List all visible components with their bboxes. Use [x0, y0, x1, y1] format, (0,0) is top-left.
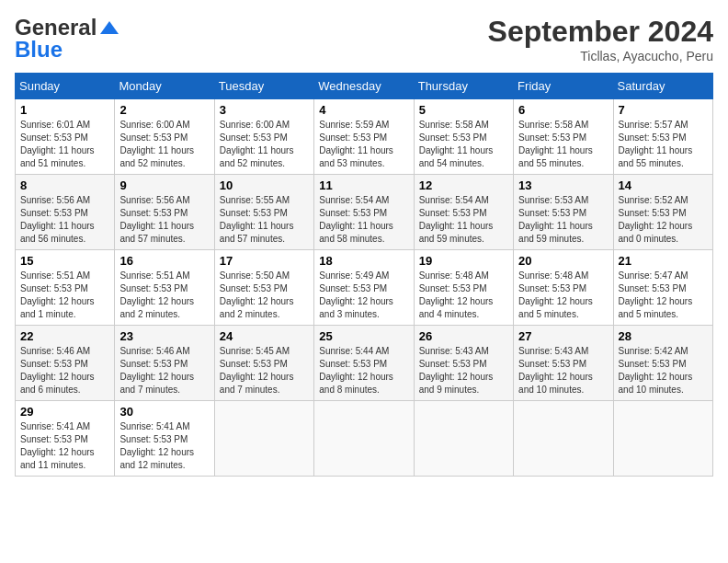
day-info: Sunrise: 5:47 AM Sunset: 5:53 PM Dayligh… [619, 270, 708, 321]
day-info: Sunrise: 6:01 AM Sunset: 5:53 PM Dayligh… [20, 119, 109, 170]
calendar-cell: 26Sunrise: 5:43 AM Sunset: 5:53 PM Dayli… [414, 326, 513, 401]
day-info: Sunrise: 5:41 AM Sunset: 5:53 PM Dayligh… [20, 420, 109, 472]
day-info: Sunrise: 5:55 AM Sunset: 5:53 PM Dayligh… [220, 194, 309, 246]
logo-blue: Blue [15, 37, 63, 63]
weekday-header-saturday: Saturday [613, 74, 712, 99]
calendar-cell: 23Sunrise: 5:46 AM Sunset: 5:53 PM Dayli… [115, 326, 214, 401]
calendar-cell: 9Sunrise: 5:56 AM Sunset: 5:53 PM Daylig… [115, 175, 214, 250]
calendar-week-row: 29Sunrise: 5:41 AM Sunset: 5:53 PM Dayli… [16, 401, 713, 477]
calendar-cell: 12Sunrise: 5:54 AM Sunset: 5:53 PM Dayli… [414, 175, 513, 250]
page-header: General Blue September 2024 Ticllas, Aya… [15, 15, 713, 63]
day-info: Sunrise: 5:41 AM Sunset: 5:53 PM Dayligh… [119, 420, 209, 472]
calendar-header-row: SundayMondayTuesdayWednesdayThursdayFrid… [16, 74, 713, 99]
calendar-cell [414, 401, 513, 477]
calendar-cell [613, 401, 712, 477]
calendar-cell: 25Sunrise: 5:44 AM Sunset: 5:53 PM Dayli… [314, 326, 414, 401]
day-info: Sunrise: 5:56 AM Sunset: 5:53 PM Dayligh… [20, 194, 109, 246]
day-number: 27 [518, 329, 608, 343]
calendar-cell: 8Sunrise: 5:56 AM Sunset: 5:53 PM Daylig… [16, 175, 115, 250]
day-number: 14 [619, 178, 708, 192]
calendar-cell: 30Sunrise: 5:41 AM Sunset: 5:53 PM Dayli… [115, 401, 214, 477]
day-info: Sunrise: 5:53 AM Sunset: 5:53 PM Dayligh… [518, 194, 608, 246]
logo: General Blue [15, 15, 119, 63]
day-info: Sunrise: 5:57 AM Sunset: 5:53 PM Dayligh… [619, 119, 708, 170]
calendar-cell: 3Sunrise: 6:00 AM Sunset: 5:53 PM Daylig… [214, 99, 313, 175]
day-info: Sunrise: 5:51 AM Sunset: 5:53 PM Dayligh… [20, 270, 109, 321]
weekday-header-wednesday: Wednesday [314, 74, 414, 99]
day-number: 16 [119, 254, 209, 268]
day-number: 7 [619, 103, 708, 117]
day-info: Sunrise: 5:52 AM Sunset: 5:53 PM Dayligh… [619, 194, 708, 246]
day-number: 17 [220, 254, 309, 268]
calendar-cell: 24Sunrise: 5:45 AM Sunset: 5:53 PM Dayli… [214, 326, 313, 401]
calendar-cell: 5Sunrise: 5:58 AM Sunset: 5:53 PM Daylig… [414, 99, 513, 175]
calendar-cell: 15Sunrise: 5:51 AM Sunset: 5:53 PM Dayli… [16, 250, 115, 326]
calendar-cell: 2Sunrise: 6:00 AM Sunset: 5:53 PM Daylig… [115, 99, 214, 175]
calendar-cell: 1Sunrise: 6:01 AM Sunset: 5:53 PM Daylig… [16, 99, 115, 175]
day-number: 26 [419, 329, 508, 343]
day-info: Sunrise: 5:48 AM Sunset: 5:53 PM Dayligh… [419, 270, 508, 321]
day-number: 3 [220, 103, 309, 117]
title-section: September 2024 Ticllas, Ayacucho, Peru [488, 15, 713, 63]
calendar-week-row: 22Sunrise: 5:46 AM Sunset: 5:53 PM Dayli… [16, 326, 713, 401]
day-number: 28 [619, 329, 708, 343]
day-number: 30 [119, 405, 209, 419]
calendar-cell: 19Sunrise: 5:48 AM Sunset: 5:53 PM Dayli… [414, 250, 513, 326]
calendar-cell: 16Sunrise: 5:51 AM Sunset: 5:53 PM Dayli… [115, 250, 214, 326]
weekday-header-tuesday: Tuesday [214, 74, 313, 99]
day-info: Sunrise: 5:51 AM Sunset: 5:53 PM Dayligh… [119, 270, 209, 321]
calendar-cell: 21Sunrise: 5:47 AM Sunset: 5:53 PM Dayli… [613, 250, 712, 326]
calendar-cell: 6Sunrise: 5:58 AM Sunset: 5:53 PM Daylig… [514, 99, 613, 175]
calendar-cell: 20Sunrise: 5:48 AM Sunset: 5:53 PM Dayli… [514, 250, 613, 326]
day-number: 15 [20, 254, 109, 268]
day-number: 23 [119, 329, 209, 343]
day-info: Sunrise: 5:49 AM Sunset: 5:53 PM Dayligh… [319, 270, 408, 321]
calendar-cell: 14Sunrise: 5:52 AM Sunset: 5:53 PM Dayli… [613, 175, 712, 250]
day-number: 2 [119, 103, 209, 117]
calendar-week-row: 15Sunrise: 5:51 AM Sunset: 5:53 PM Dayli… [16, 250, 713, 326]
svg-marker-0 [100, 21, 119, 34]
calendar-cell: 17Sunrise: 5:50 AM Sunset: 5:53 PM Dayli… [214, 250, 313, 326]
calendar-cell [314, 401, 414, 477]
day-info: Sunrise: 5:46 AM Sunset: 5:53 PM Dayligh… [20, 345, 109, 396]
calendar-cell: 11Sunrise: 5:54 AM Sunset: 5:53 PM Dayli… [314, 175, 414, 250]
day-info: Sunrise: 5:54 AM Sunset: 5:53 PM Dayligh… [319, 194, 408, 246]
calendar-cell: 18Sunrise: 5:49 AM Sunset: 5:53 PM Dayli… [314, 250, 414, 326]
day-number: 11 [319, 178, 408, 192]
day-number: 12 [419, 178, 508, 192]
location-subtitle: Ticllas, Ayacucho, Peru [488, 49, 713, 63]
day-number: 24 [220, 329, 309, 343]
calendar-cell: 29Sunrise: 5:41 AM Sunset: 5:53 PM Dayli… [16, 401, 115, 477]
day-number: 1 [20, 103, 109, 117]
day-info: Sunrise: 5:43 AM Sunset: 5:53 PM Dayligh… [419, 345, 508, 396]
day-number: 8 [20, 178, 109, 192]
day-number: 13 [518, 178, 608, 192]
weekday-header-sunday: Sunday [16, 74, 115, 99]
day-number: 22 [20, 329, 109, 343]
month-title: September 2024 [488, 15, 713, 49]
day-number: 20 [518, 254, 608, 268]
day-info: Sunrise: 6:00 AM Sunset: 5:53 PM Dayligh… [220, 119, 309, 170]
day-number: 4 [319, 103, 408, 117]
day-info: Sunrise: 5:46 AM Sunset: 5:53 PM Dayligh… [119, 345, 209, 396]
calendar-cell: 7Sunrise: 5:57 AM Sunset: 5:53 PM Daylig… [613, 99, 712, 175]
day-info: Sunrise: 5:56 AM Sunset: 5:53 PM Dayligh… [119, 194, 209, 246]
day-number: 21 [619, 254, 708, 268]
day-info: Sunrise: 5:58 AM Sunset: 5:53 PM Dayligh… [518, 119, 608, 170]
weekday-header-friday: Friday [514, 74, 613, 99]
day-number: 5 [419, 103, 508, 117]
day-info: Sunrise: 5:54 AM Sunset: 5:53 PM Dayligh… [419, 194, 508, 246]
calendar-table: SundayMondayTuesdayWednesdayThursdayFrid… [15, 73, 713, 477]
calendar-cell: 28Sunrise: 5:42 AM Sunset: 5:53 PM Dayli… [613, 326, 712, 401]
calendar-cell: 27Sunrise: 5:43 AM Sunset: 5:53 PM Dayli… [514, 326, 613, 401]
day-info: Sunrise: 5:58 AM Sunset: 5:53 PM Dayligh… [419, 119, 508, 170]
day-number: 6 [518, 103, 608, 117]
day-number: 29 [20, 405, 109, 419]
day-info: Sunrise: 5:44 AM Sunset: 5:53 PM Dayligh… [319, 345, 408, 396]
day-number: 19 [419, 254, 508, 268]
calendar-week-row: 8Sunrise: 5:56 AM Sunset: 5:53 PM Daylig… [16, 175, 713, 250]
calendar-cell [514, 401, 613, 477]
calendar-cell: 22Sunrise: 5:46 AM Sunset: 5:53 PM Dayli… [16, 326, 115, 401]
weekday-header-monday: Monday [115, 74, 214, 99]
day-number: 25 [319, 329, 408, 343]
